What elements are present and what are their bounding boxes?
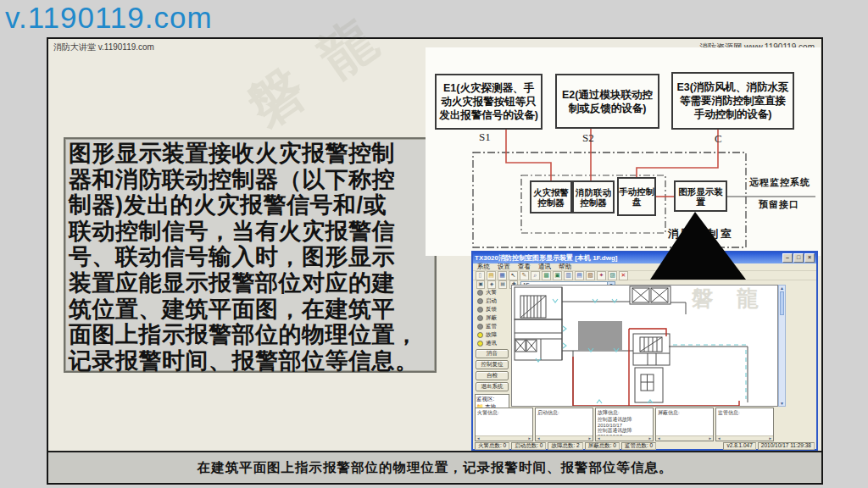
toolbar-icon[interactable]: ▦ [498,271,507,280]
indicator-row: 火警 [473,288,511,297]
indicator-row: 监管 [473,322,511,330]
indicator-lamp-icon [477,324,483,330]
toolbar-icon[interactable]: ▧ [586,271,595,280]
status-segment: 监管总数: 0 [621,442,656,450]
canvas-watermark: 磐 龍 [692,284,767,313]
message-panel-header: 故障信息: [596,408,653,417]
indicator-row: 反馈 [473,305,511,313]
floor-plan-canvas[interactable]: 磐 龍 [511,285,778,407]
diagram-box-e3: E3(消防风机、消防水泵等需要消防控制室直接手动控制的设备) [671,72,794,130]
window-control-button[interactable]: □ [793,253,804,263]
side-button[interactable]: 控制复位 [476,360,509,369]
toolbar-icon[interactable]: ✎ [520,271,529,280]
canvas-vertical-scrollbar[interactable]: ▲ ▼ [778,285,786,407]
menu-item[interactable]: 帮助 [559,263,571,271]
window-title: TX3020消防控制室图形显示装置 [本机 1F.dwg] [475,253,617,263]
pointer-arrow-icon [642,212,752,280]
message-panel[interactable]: 屏蔽信息: ◄► [655,408,714,441]
message-panel[interactable]: 故障信息: 控制器通讯故障 2010/10/17 控制器通讯故障 2010/10… [595,408,654,441]
menu-item[interactable]: 查看 [518,263,531,271]
toolbar-icon[interactable]: ▥ [564,271,573,280]
message-panel[interactable]: 监管信息: ◄► [715,408,774,441]
side-button-group: 消音控制复位自检退出系统 [473,349,511,391]
diagram-label-s2: S2 [582,131,594,145]
toolbar-icon[interactable]: ↖ [509,271,518,280]
message-panels: 火警信息: ◄► 启动信息: ◄► 故障信息: 控制器通讯故障 2010/10/… [475,408,774,441]
indicator-lamp-icon [477,290,483,296]
slide-caption: 在建筑平面图上指示报警部位的物理位置，记录报警时间、报警部位等信息。 [48,451,821,483]
menu-item[interactable]: 设置 [498,263,510,271]
menu-item[interactable]: 系统 [477,263,490,271]
message-panel[interactable]: 启动信息: ◄► [535,408,593,441]
view-tool-icon[interactable]: ◈ [487,280,496,289]
toolbar-icon[interactable]: ▤ [575,271,584,280]
scrollbar-thumb[interactable] [780,291,784,315]
scroll-down-icon[interactable]: ▼ [779,401,785,406]
indicator-label: 屏蔽 [486,314,497,322]
toolbar-icon[interactable]: ▩ [542,271,551,280]
indicator-row: 启动 [473,297,511,305]
message-panel-header: 监管信息: [716,408,773,417]
diagram-box-fire-alarm-controller: 火灾报警控制器 [530,180,572,214]
window-control-button[interactable]: × [804,253,815,263]
message-panel[interactable]: 火警信息: ◄► [475,408,533,441]
panel-horizontal-scrollbar[interactable]: ◄► [656,435,713,441]
side-button[interactable]: 退出系统 [476,382,509,391]
view-tool-icon[interactable]: ▤ [498,280,507,289]
app-status-bar: 火警总数: 0启动总数: 0故障总数: 2屏蔽总数: 0监管总数: 0 v2.8… [473,442,816,449]
diagram-box-linkage-controller: 消防联动控制器 [572,180,615,214]
site-url: v.1190119.com [5,1,213,35]
indicator-label: 通讯 [486,340,497,347]
lesson-text-box: 图形显示装置接收火灾报警控制 器和消防联动控制器（以下称控 制器)发出的火灾报警… [64,137,437,373]
side-button[interactable]: 消音 [476,349,509,358]
indicator-lamp-icon [477,307,483,313]
indicator-label: 反馈 [486,306,497,313]
menu-item[interactable]: 通讯 [538,263,551,271]
slide: 消防大讲堂 v.1190119.com 消防资源网 www.1190119.co… [47,37,823,485]
diagram-label-c: C [715,132,722,146]
diagram-box-e2: E2(通过模块联动控制或反馈的设备) [555,74,659,129]
message-panel-header: 火警信息: [476,408,532,417]
status-segment: 故障总数: 2 [548,442,582,450]
status-segment: 屏蔽总数: 0 [585,442,620,450]
panel-horizontal-scrollbar[interactable]: ◄► [716,435,773,441]
remote-interface-label-1: 远程监控系统 [749,176,810,189]
message-panel-header: 屏蔽信息: [656,408,713,417]
toolbar-icon[interactable]: ✦ [597,271,606,280]
slide-header-left: 消防大讲堂 v.1190119.com [53,42,154,53]
diagram-box-graphic-display: 图形显示装置 [674,180,727,212]
toolbar-icon[interactable]: ▤ [487,271,496,280]
toolbar-icon[interactable]: ▯ [476,271,485,280]
toolbar-icon[interactable]: ✕ [619,271,628,280]
gds-software-window: TX3020消防控制室图形显示装置 [本机 1F.dwg] –□× 系统设置查看… [471,251,818,451]
toolbar-icon[interactable]: ▣ [553,271,562,280]
toolbar-icon[interactable]: ▨ [608,271,617,280]
indicator-lamp-icon [477,315,483,321]
indicator-label: 监管 [486,323,497,330]
zone-tree-header: 监视区: [476,396,508,403]
remote-interface-label-2: 预留接口 [759,198,799,211]
indicator-row: 屏蔽 [473,313,511,322]
indicator-label: 火警 [486,289,497,297]
toolbar-icon[interactable]: ⌕ [531,271,540,280]
indicator-row: 故障 [473,330,511,339]
indicator-lamp-icon [477,298,483,304]
diagram-box-e1: E1(火灾探测器、手动火灾报警按钮等只发出报警信号的设备) [435,74,542,130]
status-segment: 启动总数: 0 [511,442,546,450]
message-panel-header: 启动信息: [536,408,593,417]
diagram-box-manual-panel: 手动控制盘 [617,177,656,216]
scroll-up-icon[interactable]: ▲ [779,286,785,291]
indicator-label: 启动 [486,297,497,305]
window-control-button[interactable]: – [782,253,793,263]
panel-horizontal-scrollbar[interactable]: ◄► [596,435,653,441]
side-button[interactable]: 自检 [476,371,509,380]
watermark-text: 磐 龍 [234,0,398,144]
indicator-label: 故障 [486,331,497,339]
panel-horizontal-scrollbar[interactable]: ◄► [476,435,532,441]
diagram-label-s1: S1 [479,130,491,144]
status-segment: v2.8.1.047 [723,442,755,450]
view-tool-icon[interactable]: ▣ [476,280,485,289]
indicator-row: 通讯 [473,339,511,347]
panel-horizontal-scrollbar[interactable]: ◄► [536,435,593,441]
status-segment: 2010/10/17 11:29:38 [758,442,815,450]
